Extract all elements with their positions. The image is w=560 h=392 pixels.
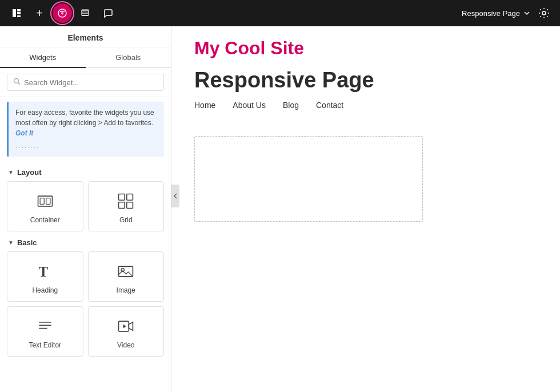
- svg-rect-18: [119, 194, 125, 201]
- drop-zone[interactable]: [194, 136, 423, 222]
- widget-video-label: Video: [117, 341, 134, 349]
- top-bar-right: Responsive Page: [462, 4, 553, 22]
- grid-icon: [115, 191, 136, 211]
- section-layout-header[interactable]: ▼ Layout: [0, 161, 171, 181]
- main-area: Elements Widgets Globals: [0, 26, 560, 392]
- section-basic-label: Basic: [17, 238, 37, 247]
- svg-line-14: [18, 83, 21, 85]
- search-wrap: [0, 68, 171, 97]
- got-it-link[interactable]: Got It: [15, 129, 33, 137]
- video-icon: [115, 316, 136, 337]
- add-element-button[interactable]: +: [30, 3, 49, 23]
- svg-rect-9: [82, 13, 89, 14]
- svg-point-13: [14, 79, 19, 83]
- svg-rect-20: [119, 202, 125, 209]
- nav-about[interactable]: About Us: [233, 101, 266, 110]
- site-preview: My Cool Site Responsive Page Home About …: [171, 26, 560, 392]
- svg-rect-21: [127, 202, 133, 209]
- nav-home[interactable]: Home: [194, 101, 215, 110]
- svg-rect-16: [40, 198, 44, 205]
- svg-rect-0: [13, 9, 16, 17]
- tab-globals[interactable]: Globals: [86, 47, 171, 67]
- info-banner-text: For easy access, favorite the widgets yo…: [15, 109, 154, 127]
- widget-grid-label: Grid: [119, 216, 133, 224]
- basic-widget-grid: T Heading Image: [0, 251, 171, 357]
- widget-heading[interactable]: T Heading: [7, 251, 83, 302]
- elementor-logo-button[interactable]: [7, 3, 26, 23]
- heading-icon: T: [35, 261, 55, 282]
- nav-contact[interactable]: Contact: [316, 101, 343, 110]
- layout-widget-grid: Container Grid: [0, 181, 171, 231]
- widget-text-editor[interactable]: Text Editor: [7, 306, 83, 357]
- info-banner: For easy access, favorite the widgets yo…: [7, 102, 164, 157]
- settings-icon: [538, 7, 550, 19]
- nav-blog[interactable]: Blog: [283, 101, 299, 110]
- svg-rect-17: [46, 198, 50, 205]
- settings-button[interactable]: [535, 4, 553, 22]
- svg-rect-23: [119, 266, 133, 277]
- sidebar: Elements Widgets Globals: [0, 26, 171, 392]
- widget-container[interactable]: Container: [7, 181, 83, 231]
- page-name: Responsive Page: [462, 9, 520, 18]
- svg-rect-1: [17, 9, 21, 11]
- tab-widgets[interactable]: Widgets: [0, 47, 86, 67]
- text-editor-icon: [35, 316, 55, 337]
- image-icon: [115, 261, 136, 282]
- page-selector[interactable]: Responsive Page: [462, 9, 530, 18]
- sidebar-title: Elements: [0, 26, 171, 47]
- top-bar-left: +: [7, 3, 118, 23]
- top-bar: + Responsive Pa: [0, 0, 560, 26]
- svg-point-12: [542, 11, 546, 15]
- sidebar-collapse-handle[interactable]: [171, 185, 179, 207]
- site-content: [171, 125, 560, 392]
- container-icon: [35, 191, 55, 211]
- widget-text-editor-label: Text Editor: [29, 341, 61, 349]
- site-page-title: Responsive Page: [194, 68, 537, 93]
- svg-rect-3: [17, 15, 21, 17]
- svg-rect-2: [17, 12, 21, 14]
- site-nav: Home About Us Blog Contact: [194, 101, 537, 119]
- filter-button[interactable]: [53, 3, 72, 23]
- widget-image[interactable]: Image: [88, 251, 165, 302]
- widget-video[interactable]: Video: [88, 306, 165, 357]
- svg-rect-19: [127, 194, 133, 201]
- basic-arrow-icon: ▼: [8, 239, 14, 246]
- section-basic-header[interactable]: ▼ Basic: [0, 231, 171, 251]
- widget-grid-item[interactable]: Grid: [88, 181, 165, 231]
- search-input[interactable]: [24, 78, 158, 87]
- chevron-down-icon: [523, 10, 530, 17]
- tab-bar: Widgets Globals: [0, 47, 171, 68]
- search-icon: [13, 78, 21, 87]
- site-logo: My Cool Site: [194, 38, 537, 59]
- widgets-scroll: For easy access, favorite the widgets yo…: [0, 97, 171, 392]
- svg-rect-8: [82, 10, 89, 11]
- widget-heading-label: Heading: [32, 286, 58, 294]
- site-header: My Cool Site Responsive Page Home About …: [171, 26, 560, 125]
- search-box: [7, 74, 164, 91]
- widget-image-label: Image: [117, 286, 135, 294]
- info-dots: ........: [15, 141, 157, 151]
- comment-button[interactable]: [98, 3, 118, 23]
- layers-button[interactable]: [75, 3, 95, 23]
- svg-text:T: T: [38, 264, 48, 279]
- section-layout-label: Layout: [17, 168, 42, 177]
- layout-arrow-icon: ▼: [8, 169, 14, 175]
- widget-container-label: Container: [30, 216, 60, 224]
- canvas-area: My Cool Site Responsive Page Home About …: [171, 26, 560, 392]
